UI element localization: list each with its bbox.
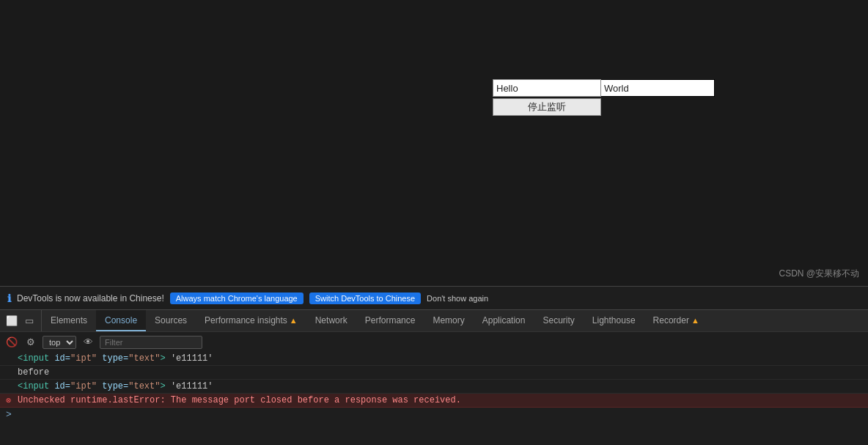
filter-input[interactable]: [100, 336, 202, 349]
devtools-icon-buttons: ⬜ ▭: [0, 310, 42, 331]
tab-lighthouse[interactable]: Lighthouse: [584, 310, 644, 331]
inspect-element-icon[interactable]: ⬜: [4, 314, 19, 328]
tab-recorder[interactable]: Recorder ▲: [644, 310, 708, 331]
console-toolbar: 🚫 ⚙ top 👁: [0, 331, 868, 352]
tab-network[interactable]: Network: [306, 310, 356, 331]
clear-console-icon[interactable]: 🚫: [4, 335, 19, 350]
devtools-tabs-bar: ⬜ ▭ Elements Console Sources Performance…: [0, 309, 868, 331]
hello-input[interactable]: [493, 79, 601, 97]
tab-sources[interactable]: Sources: [146, 310, 196, 331]
match-language-button[interactable]: Always match Chrome's language: [170, 293, 304, 304]
tab-performance-insights[interactable]: Performance insights ▲: [196, 310, 306, 331]
devtools-notification-bar: ℹ DevTools is now available in Chinese! …: [0, 286, 868, 309]
tab-performance[interactable]: Performance: [356, 310, 424, 331]
tab-memory[interactable]: Memory: [424, 310, 473, 331]
world-input[interactable]: [601, 79, 715, 97]
stop-button[interactable]: 停止监听: [493, 98, 601, 116]
eye-icon[interactable]: 👁: [81, 335, 95, 350]
console-prompt-line[interactable]: >: [0, 408, 868, 422]
console-error-line: ⊗ Unchecked runtime.lastError: The messa…: [0, 394, 868, 408]
info-icon: ℹ: [7, 293, 11, 304]
context-selector[interactable]: top: [43, 336, 76, 349]
input-row: [493, 79, 715, 97]
console-settings-icon[interactable]: ⚙: [23, 335, 38, 350]
before-text: before: [18, 367, 49, 378]
console-line: <input id="ipt" type="text"> 'e11111': [0, 380, 868, 394]
browser-page: 停止监听 CSDN @安果移不动: [0, 0, 868, 286]
tab-application[interactable]: Application: [474, 310, 534, 331]
recorder-warning-icon: ▲: [691, 316, 699, 325]
error-message: Unchecked runtime.lastError: The message…: [18, 395, 461, 405]
console-output: <input id="ipt" type="text"> 'e11111' be…: [0, 352, 868, 445]
device-toolbar-icon[interactable]: ▭: [22, 314, 37, 328]
tab-console[interactable]: Console: [96, 310, 146, 331]
dont-show-again-button[interactable]: Don't show again: [427, 294, 488, 303]
tab-elements[interactable]: Elements: [42, 310, 96, 331]
notification-message: DevTools is now available in Chinese!: [17, 293, 164, 304]
console-line: before: [0, 366, 868, 380]
switch-to-chinese-button[interactable]: Switch DevTools to Chinese: [309, 293, 421, 304]
prompt-caret: >: [6, 409, 12, 420]
performance-insights-warning-icon: ▲: [290, 316, 298, 325]
error-icon: ⊗: [6, 395, 11, 406]
console-line: <input id="ipt" type="text"> 'e11111': [0, 352, 868, 366]
page-ui-area: 停止监听: [493, 79, 715, 116]
csdn-watermark: CSDN @安果移不动: [779, 268, 859, 280]
tab-security[interactable]: Security: [534, 310, 583, 331]
